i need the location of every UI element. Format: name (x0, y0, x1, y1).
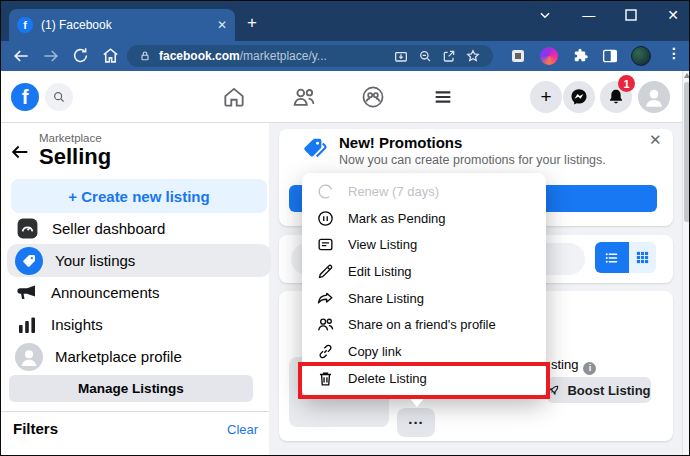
menu-nav-icon[interactable] (432, 86, 454, 108)
minimize-icon[interactable]: — (582, 8, 595, 23)
link-icon (316, 342, 335, 361)
account-avatar[interactable] (638, 81, 670, 113)
tag-icon (15, 247, 43, 275)
reload-icon[interactable] (71, 46, 90, 65)
profile-avatar (15, 343, 43, 371)
zoom-out-icon[interactable] (417, 48, 433, 64)
people-icon (316, 315, 335, 334)
promotions-tags-icon (301, 136, 328, 163)
share-icon[interactable] (441, 48, 457, 64)
menu-item-share-listing[interactable]: Share Listing (302, 285, 546, 312)
home-toolbar-icon[interactable] (101, 46, 120, 65)
more-options-button[interactable]: ... (397, 408, 435, 437)
sidebar-item-marketplace-profile[interactable]: Marketplace profile (7, 340, 271, 373)
sidebar-item-your-listings[interactable]: Your listings (7, 244, 271, 277)
messenger-button[interactable] (563, 81, 595, 113)
facebook-logo[interactable]: f (11, 83, 39, 111)
boost-label-fragment: stingi (551, 357, 596, 375)
back-icon[interactable] (11, 46, 31, 66)
profile-avatar-icon[interactable] (631, 46, 651, 66)
menu-item-share-on-friends-profile[interactable]: Share on a friend's profile (302, 311, 546, 338)
facebook-favicon-icon: f (17, 17, 33, 33)
promo-title: New! Promotions (339, 134, 462, 151)
megaphone-icon (15, 281, 39, 305)
menu-item-edit-listing[interactable]: Edit Listing (302, 258, 546, 285)
annotation-highlight-box (298, 362, 550, 399)
messenger-icon (569, 87, 589, 107)
info-icon[interactable]: i (583, 362, 596, 375)
list-view-icon (603, 249, 621, 267)
browser-tab[interactable]: f (1) Facebook ✕ (9, 9, 235, 41)
tab-search-chevron-icon[interactable] (538, 8, 552, 22)
bar-chart-icon (15, 313, 39, 337)
boost-listing-button[interactable]: Boost Listing (547, 377, 651, 403)
screenshot-extension-icon[interactable] (509, 47, 527, 65)
sidebar-item-announcements[interactable]: Announcements (7, 276, 271, 309)
forward-icon[interactable] (41, 46, 61, 66)
pencil-icon (316, 262, 335, 281)
scrollbar-thumb[interactable] (684, 82, 690, 222)
promo-close-icon[interactable]: ✕ (649, 131, 662, 149)
menu-item-mark-as-pending[interactable]: Mark as Pending (302, 205, 546, 232)
browser-window: f (1) Facebook ✕ + — ✕ facebook.com/mark… (0, 0, 690, 456)
colorful-extension-icon[interactable] (540, 47, 558, 65)
grid-view-icon (635, 250, 650, 265)
create-new-listing-button[interactable]: + Create new listing (11, 179, 267, 213)
pause-circle-icon (316, 209, 335, 228)
window-close-icon[interactable]: ✕ (667, 7, 679, 23)
menu-item-view-listing[interactable]: View Listing (302, 231, 546, 258)
search-icon (52, 90, 66, 104)
extensions-puzzle-icon[interactable] (571, 47, 589, 65)
manage-listings-button[interactable]: Manage Listings (9, 375, 253, 402)
create-plus-button[interactable]: + (530, 81, 562, 113)
tab-title: (1) Facebook (41, 18, 209, 32)
install-icon[interactable] (393, 48, 409, 64)
filters-label: Filters (13, 420, 58, 437)
address-bar[interactable]: facebook.com/marketplace/y... (127, 45, 493, 67)
maximize-icon[interactable] (625, 9, 637, 21)
home-nav-icon[interactable] (221, 84, 247, 110)
menu-item-copy-link[interactable]: Copy link (302, 338, 546, 365)
list-view-toggle[interactable] (595, 242, 629, 273)
url-domain: facebook.com (159, 49, 240, 63)
clear-filters-link[interactable]: Clear (227, 422, 258, 437)
person-icon (641, 84, 667, 110)
sidebar-item-seller-dashboard[interactable]: Seller dashboard (7, 212, 271, 245)
search-button[interactable] (45, 83, 73, 111)
side-panel-icon[interactable] (601, 47, 619, 65)
lock-icon (139, 50, 151, 62)
back-arrow-icon[interactable] (9, 141, 31, 163)
scrollbar-up-arrow[interactable] (684, 73, 690, 78)
seller-dashboard-icon (15, 216, 40, 241)
sidebar-item-insights[interactable]: Insights (7, 308, 271, 341)
url-path: /marketplace/y... (240, 49, 327, 63)
notification-badge: 1 (618, 75, 635, 92)
sidebar-eyebrow: Marketplace (39, 132, 102, 144)
sidebar-title: Selling (39, 144, 111, 170)
share-arrow-icon (316, 289, 335, 308)
page-scrollbar (682, 71, 690, 456)
renew-icon (316, 182, 335, 201)
sidebar-divider (1, 411, 269, 412)
tab-close-icon[interactable]: ✕ (217, 18, 227, 32)
groups-nav-icon[interactable] (360, 84, 386, 110)
menu-item-renew: Renew (7 days) (302, 178, 546, 205)
bookmark-star-icon[interactable] (465, 48, 481, 64)
article-icon (316, 235, 335, 254)
grid-view-toggle[interactable] (629, 242, 656, 273)
new-tab-icon[interactable]: + (247, 13, 257, 33)
kebab-menu-icon[interactable]: ⋮ (667, 45, 681, 61)
promo-subtitle: Now you can create promotions for your l… (339, 153, 606, 167)
friends-nav-icon[interactable] (291, 84, 317, 110)
